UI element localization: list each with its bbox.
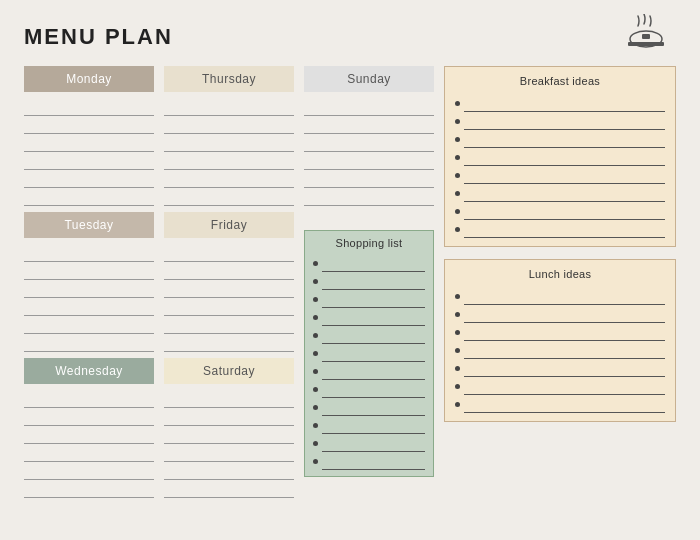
list-item	[313, 399, 425, 416]
list-item	[313, 291, 425, 308]
thursday-header: Thursday	[164, 66, 294, 92]
bullet-dot	[455, 137, 460, 142]
line	[164, 152, 294, 170]
food-steam-icon	[620, 14, 672, 56]
list-item	[313, 417, 425, 434]
list-line	[464, 149, 665, 166]
list-line	[464, 221, 665, 238]
monday-column: Monday Tuesday	[24, 66, 154, 498]
list-item	[455, 288, 665, 305]
breakfast-ideas-box: Breakfast ideas	[444, 66, 676, 247]
list-line	[322, 435, 425, 452]
bullet-dot	[455, 119, 460, 124]
list-item	[455, 396, 665, 413]
bullet-dot	[313, 315, 318, 320]
bullet-dot	[313, 387, 318, 392]
bullet-dot	[455, 402, 460, 407]
sunday-lines	[304, 98, 434, 206]
list-item	[455, 185, 665, 202]
wednesday-header: Wednesday	[24, 358, 154, 384]
list-line	[322, 399, 425, 416]
line	[164, 480, 294, 498]
line	[164, 298, 294, 316]
page-title: MENU PLAN	[24, 24, 676, 50]
list-line	[464, 113, 665, 130]
list-item	[313, 255, 425, 272]
lunch-ideas-header: Lunch ideas	[455, 268, 665, 280]
left-days-section: Monday Tuesday	[24, 66, 294, 498]
svg-rect-2	[642, 34, 650, 39]
line	[164, 462, 294, 480]
list-item	[313, 327, 425, 344]
list-line	[464, 288, 665, 305]
list-line	[322, 255, 425, 272]
bullet-dot	[313, 441, 318, 446]
bullet-dot	[455, 101, 460, 106]
line	[24, 98, 154, 116]
line	[304, 188, 434, 206]
bullet-dot	[313, 351, 318, 356]
list-line	[322, 345, 425, 362]
shopping-list	[313, 255, 425, 470]
bullet-dot	[313, 369, 318, 374]
line	[304, 152, 434, 170]
list-line	[464, 360, 665, 377]
line	[164, 390, 294, 408]
list-item	[455, 306, 665, 323]
line	[164, 262, 294, 280]
friday-header: Friday	[164, 212, 294, 238]
bullet-dot	[313, 333, 318, 338]
list-line	[464, 185, 665, 202]
line	[24, 462, 154, 480]
list-line	[464, 131, 665, 148]
line	[24, 280, 154, 298]
list-line	[322, 417, 425, 434]
list-item	[455, 324, 665, 341]
line	[24, 134, 154, 152]
middle-section: Sunday Shopping list	[304, 66, 434, 477]
bullet-dot	[455, 348, 460, 353]
line	[164, 426, 294, 444]
list-item	[455, 378, 665, 395]
line	[164, 444, 294, 462]
list-item	[455, 95, 665, 112]
line	[164, 188, 294, 206]
line	[164, 244, 294, 262]
list-item	[313, 381, 425, 398]
bullet-dot	[313, 405, 318, 410]
list-item	[455, 113, 665, 130]
list-line	[464, 342, 665, 359]
list-line	[322, 291, 425, 308]
wednesday-lines	[24, 390, 154, 498]
bullet-dot	[455, 173, 460, 178]
line	[304, 116, 434, 134]
list-item	[455, 131, 665, 148]
list-item	[313, 345, 425, 362]
list-line	[464, 167, 665, 184]
saturday-lines	[164, 390, 294, 498]
line	[164, 316, 294, 334]
sunday-header: Sunday	[304, 66, 434, 92]
page: MENU PLAN Monday	[0, 0, 700, 540]
saturday-header: Saturday	[164, 358, 294, 384]
breakfast-ideas-list	[455, 95, 665, 238]
list-line	[322, 381, 425, 398]
bullet-dot	[455, 312, 460, 317]
line	[164, 408, 294, 426]
bullet-dot	[313, 297, 318, 302]
line	[24, 316, 154, 334]
list-item	[455, 360, 665, 377]
list-item	[313, 273, 425, 290]
list-item	[313, 309, 425, 326]
list-line	[322, 363, 425, 380]
list-item	[313, 453, 425, 470]
thursday-lines	[164, 98, 294, 206]
list-line	[464, 203, 665, 220]
lunch-ideas-list	[455, 288, 665, 413]
list-item	[313, 435, 425, 452]
line	[304, 170, 434, 188]
list-line	[464, 306, 665, 323]
list-line	[464, 378, 665, 395]
shopping-list-box: Shopping list	[304, 230, 434, 477]
line	[24, 116, 154, 134]
